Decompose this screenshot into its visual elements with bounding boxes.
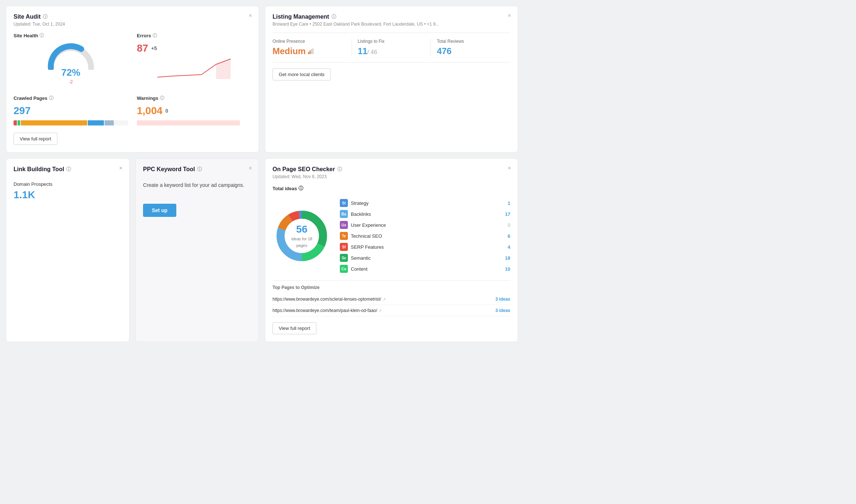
domain-prospects-section: Domain Prospects 1.1K [14,181,122,201]
donut-chart: 56 ideas for 18 pages [273,207,331,265]
crawled-pages-label: Crawled Pages [14,95,48,101]
gauge-svg [47,42,95,70]
domain-prospects-value: 1.1K [14,189,122,201]
errors-delta: +5 [151,45,157,51]
ppc-description: Create a keyword list for your ad campai… [143,181,251,189]
link-building-close-button[interactable]: × [119,165,123,171]
warnings-section: Warnings ⓘ 1,004 0 [137,95,251,125]
listings-to-fix-number: 11 [358,46,368,56]
site-audit-close-button[interactable]: × [249,13,252,19]
crawled-pages-value: 297 [14,105,128,117]
svg-marker-0 [216,59,231,79]
warnings-value-display: 1,004 0 [137,105,251,117]
errors-line-chart [137,57,251,79]
legend-row-semantic: Se Semantic 18 [340,252,510,263]
external-link-icon-1: ↗ [383,297,386,301]
site-audit-title: Site Audit ⓘ [14,14,251,20]
link-building-info-icon[interactable]: ⓘ [66,166,71,173]
ppc-content: Create a keyword list for your ad campai… [143,181,251,217]
errors-number: 87 [137,42,148,54]
top-pages-section: Top Pages to Optimize https://www.browar… [273,280,510,316]
listing-management-title: Listing Management ⓘ [273,14,510,20]
errors-info-icon[interactable]: ⓘ [153,33,157,39]
listing-management-info-icon[interactable]: ⓘ [331,14,336,20]
site-audit-updated: Updated: Tue, Oct 1, 2024 [14,22,251,27]
total-ideas-label: Total ideas ⓘ [273,185,510,192]
site-health-info-icon[interactable]: ⓘ [40,33,44,39]
online-presence-row: Medium [273,46,346,56]
listings-to-fix-value: 11/ 46 [358,46,425,56]
top-pages-title: Top Pages to Optimize [273,285,510,290]
ppc-keyword-card: PPC Keyword Tool ⓘ × Create a keyword li… [135,158,259,342]
page-ideas-2[interactable]: 3 ideas [495,308,510,313]
page-ideas-1[interactable]: 3 ideas [495,297,510,302]
warnings-delta: 0 [165,108,168,114]
technical-seo-badge: Te [340,232,348,240]
page-row-2: https://www.browardeye.com/team/paul-kle… [273,305,510,316]
domain-prospects-label: Domain Prospects [14,181,122,187]
on-page-seo-updated: Updated: Wed, Nov 8, 2023 [273,174,510,179]
site-audit-card: Site Audit ⓘ × Updated: Tue, Oct 1, 2024… [6,6,259,153]
listings-to-fix-stat: Listings to Fix 11/ 46 [352,39,431,56]
gauge-percentage: 72% [61,67,80,78]
listing-management-card: Listing Management ⓘ × Broward Eye Care … [265,6,518,153]
gauge-delta: -2 [69,79,73,84]
site-audit-info-icon[interactable]: ⓘ [43,14,48,20]
ideas-legend: St Strategy 1 Ba Backlinks 17 Ux User Ex [340,198,510,274]
bottom-left-container: Link Building Tool ⓘ × Domain Prospects … [6,158,259,342]
on-page-seo-close-button[interactable]: × [508,165,511,171]
crawled-pages-section: Crawled Pages ⓘ 297 [14,95,128,125]
crawled-pages-bar [14,120,128,125]
on-page-seo-title: On Page SEO Checker ⓘ [273,166,510,173]
get-clients-button[interactable]: Get more local clients [273,68,331,80]
errors-label: Errors [137,33,151,38]
listing-stats-grid: Online Presence Medium Listings to Fix 1… [273,33,510,63]
total-ideas-info-icon[interactable]: ⓘ [299,185,303,192]
ppc-keyword-info-icon[interactable]: ⓘ [197,166,202,173]
crawled-pages-info-icon[interactable]: ⓘ [49,95,53,101]
warnings-number: 1,004 [137,105,162,117]
errors-section: Errors ⓘ 87 +5 [137,33,251,86]
online-presence-label: Online Presence [273,39,346,44]
on-page-seo-view-report-button[interactable]: View full report [273,322,316,334]
page-url-2: https://www.browardeye.com/team/paul-kle… [273,308,382,313]
legend-row-technical-seo: Te Technical SEO 6 [340,230,510,241]
user-experience-badge: Ux [340,221,348,229]
ideas-section: 56 ideas for 18 pages St Strategy 1 Ba B… [273,198,510,274]
online-presence-bar-icon [308,48,314,54]
ppc-setup-button[interactable]: Set up [143,204,176,217]
donut-center-text: 56 ideas for 18 pages [287,223,316,248]
online-presence-stat: Online Presence Medium [273,39,352,56]
on-page-seo-info-icon[interactable]: ⓘ [337,166,342,173]
warnings-info-icon[interactable]: ⓘ [160,95,164,101]
page-url-1: https://www.browardeye.com/scleral-lense… [273,297,386,302]
listings-to-fix-total: / 46 [367,49,377,55]
total-reviews-stat: Total Reviews 476 [431,39,510,56]
serp-features-badge: Sf [340,243,348,251]
site-audit-view-report-button[interactable]: View full report [14,133,57,145]
content-badge: Co [340,265,348,273]
warnings-label: Warnings [137,95,158,101]
legend-row-backlinks: Ba Backlinks 17 [340,208,510,219]
ppc-keyword-title: PPC Keyword Tool ⓘ [143,166,251,173]
legend-row-content: Co Content 10 [340,263,510,274]
legend-row-strategy: St Strategy 1 [340,198,510,208]
backlinks-badge: Ba [340,210,348,218]
warnings-bar [137,120,240,125]
listings-to-fix-label: Listings to Fix [358,39,425,44]
on-page-seo-card: On Page SEO Checker ⓘ × Updated: Wed, No… [265,158,518,342]
external-link-icon-2: ↗ [379,309,382,313]
total-reviews-value: 476 [437,46,504,56]
listing-management-subtitle: Broward Eye Care • 2502 East Oakland Par… [273,22,510,27]
online-presence-value: Medium [273,46,306,56]
errors-value-display: 87 +5 [137,42,251,54]
link-building-card: Link Building Tool ⓘ × Domain Prospects … [6,158,129,342]
semantic-badge: Se [340,254,348,262]
legend-row-serp-features: Sf SERP Features 4 [340,241,510,252]
page-row-1: https://www.browardeye.com/scleral-lense… [273,294,510,305]
link-building-title: Link Building Tool ⓘ [14,166,122,173]
listing-management-close-button[interactable]: × [508,13,511,19]
ppc-keyword-close-button[interactable]: × [249,165,252,171]
site-health-label: Site Health [14,33,38,38]
site-health-gauge: 72% -2 [14,42,128,85]
